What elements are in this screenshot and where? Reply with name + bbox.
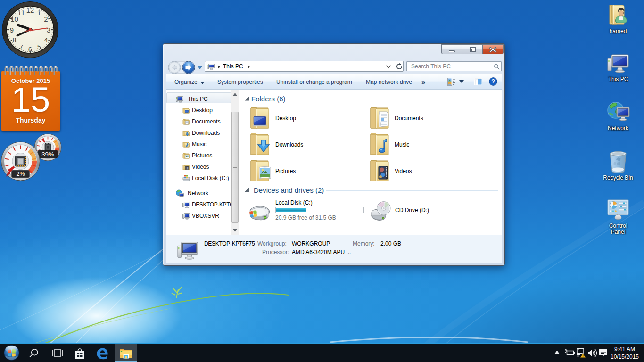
svg-text:7: 7 xyxy=(19,43,23,51)
svg-text:6: 6 xyxy=(28,45,32,53)
svg-text:2: 2 xyxy=(44,15,48,23)
svg-text:3: 3 xyxy=(47,26,50,34)
svg-text:9: 9 xyxy=(10,26,14,34)
svg-text:8: 8 xyxy=(12,36,16,44)
svg-text:?: ? xyxy=(491,78,495,85)
svg-text:4: 4 xyxy=(44,36,48,44)
svg-text:39%: 39% xyxy=(41,151,54,158)
svg-text:2%: 2% xyxy=(16,171,25,177)
svg-text:5: 5 xyxy=(37,43,41,51)
